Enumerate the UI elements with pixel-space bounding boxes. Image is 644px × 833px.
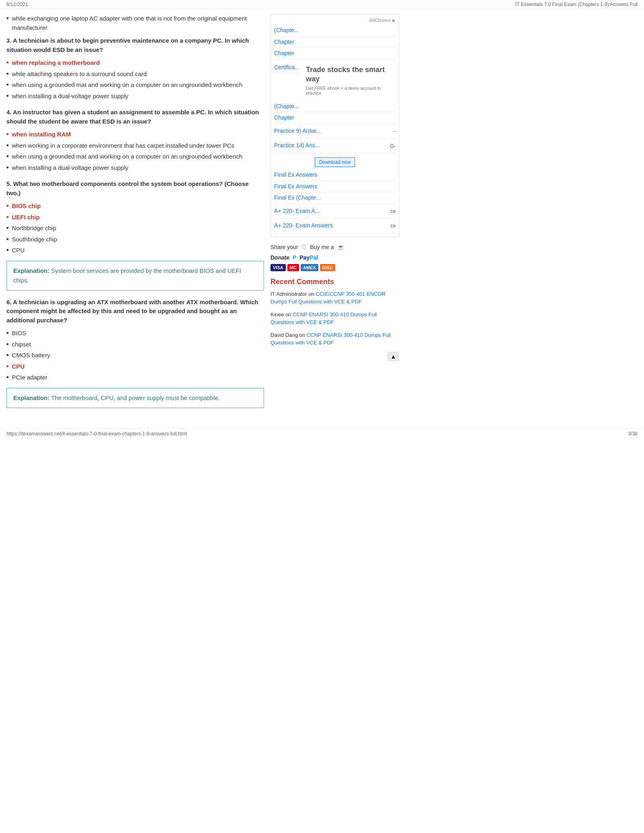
q4-option-3: when using a grounded mat and working on… xyxy=(6,152,264,161)
comment-on-3: on xyxy=(299,332,307,338)
q4-option-4: when installing a dual-voltage power sup… xyxy=(6,163,264,173)
question-4-title: 4. An instructor has given a student an … xyxy=(6,108,264,126)
ad-promo-title: Trade stocks the smart way xyxy=(306,65,392,84)
ad-choices: AdChoices ▶ xyxy=(274,18,396,23)
comment-item-3: David Dang on CCNP ENARSI 300-410 Dumps … xyxy=(270,331,399,347)
q5-option-2: UEFI chip xyxy=(6,213,264,222)
question-3-block: 3. A technician is about to begin preven… xyxy=(6,36,264,101)
question-5-title: 5. What two motherboard components contr… xyxy=(6,179,264,198)
page-wrapper: while exchanging one laptop AC adapter w… xyxy=(0,9,644,420)
comment-item-2: Kinee on CCNP ENARSI 300-410 Dumps Full … xyxy=(270,311,399,326)
question-4-block: 4. An instructor has given a student an … xyxy=(6,108,264,172)
scroll-top-button[interactable]: ▲ xyxy=(387,352,399,361)
discover-icon: DISC xyxy=(320,264,335,271)
question-6-options: BIOS chipset CMOS battery CPU PCIe adapt… xyxy=(6,329,264,382)
ad-promo: Trade stocks the smart way Get FREE eboo… xyxy=(303,62,396,99)
q3-option-3: when using a grounded mat and working on… xyxy=(6,80,264,90)
question-5-options: BIOS chip UEFI chip Northbridge chip Sou… xyxy=(6,202,264,255)
q4-option-2: when working in a corporate environment … xyxy=(6,141,264,151)
share-section: Share your ♡ Buy me a ☕ Donate P PayPal … xyxy=(270,243,399,271)
q6-explanation-text: The motherboard, CPU, and power supply m… xyxy=(51,394,220,401)
comment-author-1: IT Administrator xyxy=(270,291,307,297)
mastercard-icon: MC xyxy=(287,264,299,271)
q6-option-3: CMOS battery xyxy=(6,351,264,360)
comment-author-3: David Dang xyxy=(270,332,298,338)
q3-option-4: when installing a dual-voltage power sup… xyxy=(6,92,264,101)
sidebar-link-7[interactable]: Practice 9) Answ... xyxy=(274,126,320,137)
intro-bullet-list: while exchanging one laptop AC adapter w… xyxy=(6,14,264,32)
heart-icon: ♡ xyxy=(301,243,307,251)
q5-explanation-box: Explanation: System boot services are pr… xyxy=(6,261,264,291)
link13-suffix: ce xyxy=(390,223,396,229)
amex-icon: AMEX xyxy=(301,264,318,271)
practice-dash-2: 0- xyxy=(390,142,396,149)
page-title: IT Essentials 7.0 Final Exam (Chapters 1… xyxy=(515,2,638,7)
date-label: 8/12/2021 xyxy=(6,2,28,7)
donate-label: Donate xyxy=(270,254,289,261)
sidebar-link-3[interactable]: Chapter xyxy=(274,48,396,60)
donate-row: Donate P PayPal xyxy=(270,254,399,261)
intro-bullet-item: while exchanging one laptop AC adapter w… xyxy=(6,14,264,32)
sidebar-link-1[interactable]: (Chapte... xyxy=(274,25,396,37)
footer-bar: https://itexamanswers.net/it-essentials-… xyxy=(0,428,644,439)
sidebar-link-8[interactable]: Practice 14) Ans... xyxy=(274,140,320,151)
sidebar-link-13[interactable]: A+ 220- Exam Answers xyxy=(274,220,333,231)
q6-explanation-label: Explanation: xyxy=(13,394,50,401)
paypal-icon: P xyxy=(293,254,296,260)
sidebar-link-10[interactable]: Final Ex Answers xyxy=(274,181,396,193)
sidebar-nav-box: AdChoices ▶ (Chapte... Chapter Chapter C… xyxy=(270,14,399,237)
link12-suffix: ce xyxy=(390,208,396,214)
q3-option-2: while attaching speakers to a surround s… xyxy=(6,70,264,79)
ad-choices-icon: ▶ xyxy=(392,18,396,23)
card-icons: VISA MC AMEX DISC xyxy=(270,264,399,271)
q5-option-5: CPU xyxy=(6,246,264,255)
comment-item-1: IT Administrator on CCIE/CCNP 350-401 EN… xyxy=(270,290,399,306)
sidebar-link-9[interactable]: Final Ex Answers xyxy=(274,169,396,181)
sidebar-link-5[interactable]: (Chapte... xyxy=(274,101,396,113)
q3-option-1: when replacing a motherboard xyxy=(6,58,264,68)
top-bar: 8/12/2021 IT Essentials 7.0 Final Exam (… xyxy=(0,0,644,9)
q5-explanation-label: Explanation: xyxy=(13,267,50,274)
recent-comments: Recent Comments IT Administrator on CCIE… xyxy=(270,278,399,361)
comment-author-2: Kinee xyxy=(270,311,284,318)
q5-option-1: BIOS chip xyxy=(6,202,264,211)
main-content: while exchanging one laptop AC adapter w… xyxy=(6,14,264,415)
sidebar-link-2[interactable]: Chapter xyxy=(274,37,396,48)
q5-option-3: Northbridge chip xyxy=(6,224,264,233)
question-6-block: 6. A technician is upgrading an ATX moth… xyxy=(6,298,264,408)
q6-option-4: CPU xyxy=(6,362,264,371)
question-4-options: when installing RAM when working in a co… xyxy=(6,130,264,172)
ad-choices-label: AdChoices xyxy=(369,18,391,23)
ad-promo-subtitle: Get FREE ebook + a demo account to pract… xyxy=(306,86,392,95)
sidebar: AdChoices ▶ (Chapte... Chapter Chapter C… xyxy=(270,14,399,415)
q6-option-5: PCIe adapter xyxy=(6,373,264,382)
question-5-block: 5. What two motherboard components contr… xyxy=(6,179,264,291)
comment-on-2: on xyxy=(285,311,293,318)
sidebar-link-4[interactable]: Certifica... xyxy=(274,62,299,74)
question-6-title: 6. A technician is upgrading an ATX moth… xyxy=(6,298,264,325)
sidebar-link-6[interactable]: Chapter xyxy=(274,112,396,124)
q4-option-1: when installing RAM xyxy=(6,130,264,139)
sidebar-link-11[interactable]: Final Ex (Chapte... xyxy=(274,192,396,204)
q6-option-1: BIOS xyxy=(6,329,264,338)
q6-explanation-box: Explanation: The motherboard, CPU, and p… xyxy=(6,388,264,408)
question-3-options: when replacing a motherboard while attac… xyxy=(6,58,264,101)
footer-url: https://itexamanswers.net/it-essentials-… xyxy=(6,431,187,437)
recent-comments-title: Recent Comments xyxy=(270,278,399,286)
share-row: Share your ♡ Buy me a ☕ xyxy=(270,243,399,251)
coffee-icon: ☕ xyxy=(337,244,344,250)
footer-page: 3/38 xyxy=(628,431,638,437)
question-3-title: 3. A technician is about to begin preven… xyxy=(6,36,264,54)
share-label: Share your xyxy=(270,244,298,250)
sidebar-link-12[interactable]: A+ 220- Exam A... xyxy=(274,206,320,217)
download-now-button[interactable]: Download now xyxy=(315,157,355,167)
q5-option-4: Southbridge chip xyxy=(6,235,264,244)
visa-icon: VISA xyxy=(270,264,286,271)
buy-label: Buy me a xyxy=(310,244,334,250)
comment-on-1: on xyxy=(308,291,316,297)
practice-dash-1: - xyxy=(394,128,396,134)
paypal-label: PayPal xyxy=(299,254,318,261)
q6-option-2: chipset xyxy=(6,340,264,349)
